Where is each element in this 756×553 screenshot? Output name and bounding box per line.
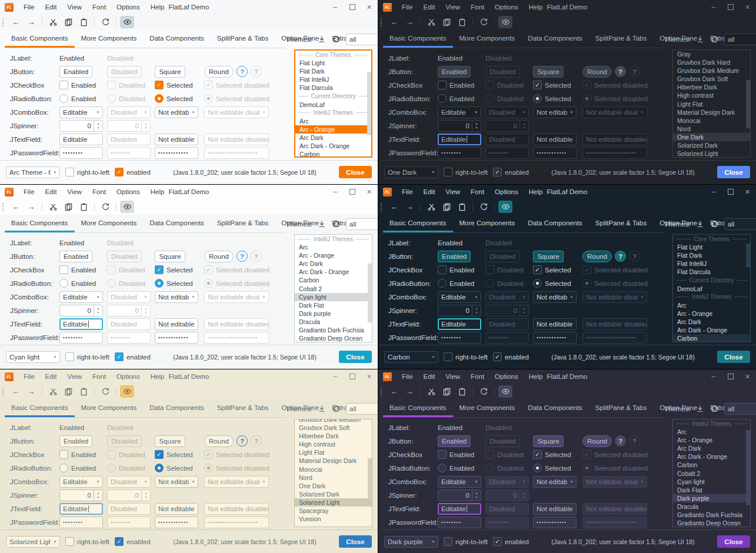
text-field[interactable]: Editable [438,134,481,145]
theme-item[interactable]: Nord [295,474,372,482]
show-details-toggle[interactable] [498,201,512,213]
theme-item[interactable]: Carbon [673,461,750,469]
menu-file[interactable]: File [397,369,418,384]
theme-item[interactable]: Carbon [295,150,371,158]
text-field[interactable]: •••••••••••• [533,332,577,344]
selected-checkbox[interactable]: ✓Selected [533,81,571,89]
selected-radio[interactable]: Selected [155,94,193,103]
enabled-checkbox[interactable]: Enabled [59,81,96,89]
theme-item[interactable]: Cobalt 2 [673,469,750,478]
combobox[interactable]: Not editable▼ [155,106,198,118]
theme-item[interactable]: Gradianto Dark Fuchsia [295,326,372,334]
tab-more-components[interactable]: More Components [453,399,522,417]
cut-button[interactable] [46,16,60,28]
refresh-button[interactable] [477,201,491,213]
selected-checkbox[interactable]: ✓Selected [155,265,193,274]
back-button[interactable]: ← [9,16,23,28]
paste-button[interactable] [455,201,469,213]
rtl-checkbox[interactable]: right-to-left [65,537,109,546]
menu-file[interactable]: File [18,369,40,384]
round-button[interactable]: Round [204,251,234,262]
theme-item[interactable]: Gruvbox Dark Medium [673,66,750,75]
menu-view[interactable]: View [62,0,87,14]
menu-options[interactable]: Options [111,185,145,199]
copy-button[interactable] [439,201,454,213]
text-field[interactable]: Not editable [533,503,577,515]
enabled-radio[interactable]: Enabled [438,279,474,288]
theme-item[interactable]: One Dark [295,482,372,490]
theme-item[interactable]: Carbon [295,276,372,284]
copy-button[interactable] [439,16,454,28]
theme-item[interactable]: Arc [673,301,750,309]
scrollbar[interactable] [746,235,750,342]
github-button[interactable] [331,34,342,45]
tab-data-components[interactable]: Data Components [143,399,211,417]
refresh-button[interactable] [98,16,112,28]
back-button[interactable]: ← [9,385,23,398]
theme-item[interactable]: Arc - Orange [295,251,372,259]
theme-item[interactable]: Flat Darcula [673,268,750,276]
round-button[interactable]: Round [582,251,612,262]
menu-font[interactable]: Font [87,0,111,14]
cut-button[interactable] [46,385,60,398]
enabled-radio[interactable]: Enabled [59,279,96,288]
scrollbar-thumb[interactable] [746,80,750,128]
enabled-radio[interactable]: Enabled [59,464,96,472]
forward-button[interactable]: → [402,385,417,398]
theme-item[interactable]: High contrast [673,91,750,99]
theme-item[interactable]: Arc - Orange [673,309,750,318]
selected-checkbox[interactable]: ✓Selected [533,265,571,274]
themes-list[interactable]: Core ThemesFlat LightFlat DarkFlat Intel… [672,234,751,342]
text-field[interactable]: •••••••• [438,147,481,159]
theme-item[interactable]: Flat IntelliJ [295,75,371,84]
back-button[interactable]: ← [387,201,401,213]
theme-item[interactable]: Carbon [673,334,750,342]
menu-edit[interactable]: Edit [40,369,62,384]
maximize-button[interactable] [722,369,739,384]
theme-combo[interactable]: Solarized Light▼ [6,536,60,548]
menu-edit[interactable]: Edit [418,0,441,14]
enabled-button[interactable]: Enabled [59,251,92,262]
minimize-button[interactable]: – [705,369,722,384]
download-button[interactable] [317,219,327,229]
enabled-checkbox[interactable]: ✓enabled [493,537,529,546]
spinner[interactable]: 0▲▼ [438,305,481,317]
text-field[interactable]: •••••••••••• [155,332,198,344]
close-button[interactable]: Close [717,351,750,363]
theme-filter-combo[interactable]: all▼ [346,34,378,45]
theme-item[interactable]: Spacegray [295,507,372,515]
text-field[interactable]: Not editable [155,503,198,515]
themes-list[interactable]: GrayGruvbox Dark HardGruvbox Dark Medium… [672,49,751,158]
scrollbar[interactable] [368,235,372,342]
text-field[interactable]: Not editable [533,318,577,330]
tab-data-components[interactable]: Data Components [143,215,211,232]
tab-basic-components[interactable]: Basic Components [5,399,75,417]
combobox[interactable]: Editable▼ [59,106,103,118]
theme-item[interactable]: Flat Dark [673,251,750,259]
round-button[interactable]: Round [204,435,234,447]
theme-item[interactable]: Flat IntelliJ [673,259,750,268]
text-field[interactable]: •••••••• [438,517,481,528]
menu-help[interactable]: Help [524,185,548,199]
selected-checkbox[interactable]: ✓Selected [155,81,193,89]
enabled-radio[interactable]: Enabled [438,94,474,103]
download-button[interactable] [695,34,705,45]
combobox[interactable]: Editable▼ [59,476,103,488]
theme-combo[interactable]: Carbon▼ [384,351,438,363]
theme-item[interactable]: Solarized Light [295,498,372,507]
cut-button[interactable] [424,385,438,398]
selected-radio[interactable]: Selected [155,464,193,472]
enabled-checkbox[interactable]: ✓enabled [493,168,529,176]
enabled-button[interactable]: Enabled [438,251,471,262]
scrollbar[interactable] [367,51,371,156]
menu-help[interactable]: Help [524,369,548,384]
close-button[interactable]: Close [339,535,372,548]
theme-item[interactable]: Arc Dark [673,318,750,326]
rtl-checkbox[interactable]: right-to-left [65,352,109,361]
forward-button[interactable]: → [402,201,417,213]
menu-font[interactable]: Font [465,185,489,199]
tab-data-components[interactable]: Data Components [521,399,589,417]
combobox[interactable]: Editable▼ [438,106,481,118]
scrollbar-thumb[interactable] [367,72,371,135]
selected-checkbox[interactable]: ✓Selected [155,450,193,459]
